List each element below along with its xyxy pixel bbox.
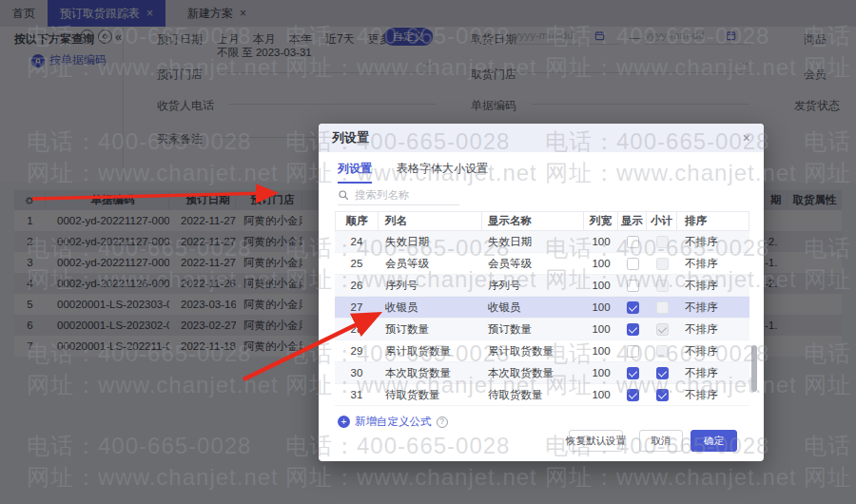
modal-header: 列设置 ×	[319, 124, 764, 152]
header-column-name: 列名	[379, 212, 482, 230]
subtotal-checkbox[interactable]	[656, 367, 669, 379]
show-checkbox[interactable]	[627, 280, 639, 292]
cell-order: 26	[335, 280, 379, 291]
cell-column-width[interactable]: 100	[584, 280, 618, 291]
cell-column-width[interactable]: 100	[584, 345, 618, 357]
cell-column-width[interactable]: 100	[584, 323, 618, 335]
cell-display-name[interactable]: 本次取货数量	[482, 366, 584, 380]
subtotal-checkbox[interactable]	[656, 236, 669, 248]
cell-column-width[interactable]: 100	[584, 301, 618, 313]
subtotal-checkbox[interactable]	[656, 301, 669, 314]
cell-display-name[interactable]: 失效日期	[482, 235, 584, 249]
column-settings-table: 顺序 列名 显示名称 列宽 显示 小计 排序 24 失效日期 失效日期 100	[335, 211, 749, 406]
add-icon: +	[338, 416, 350, 428]
header-column-width: 列宽	[584, 212, 618, 230]
cell-sort[interactable]: 不排序	[677, 322, 749, 337]
cell-display-name[interactable]: 待取货数量	[482, 388, 584, 402]
show-checkbox[interactable]	[627, 301, 639, 314]
cell-column-width[interactable]: 100	[584, 236, 618, 247]
add-formula-label: 新增自定义公式	[355, 415, 432, 429]
cell-sort[interactable]: 不排序	[677, 344, 749, 359]
settings-header-row: 顺序 列名 显示名称 列宽 显示 小计 排序	[335, 211, 749, 231]
subtotal-checkbox[interactable]	[656, 258, 669, 270]
subtotal-checkbox[interactable]	[656, 389, 669, 401]
cell-column-width[interactable]: 100	[584, 367, 618, 378]
cell-column-name: 本次取货数量	[379, 366, 482, 380]
cell-order: 29	[335, 345, 379, 357]
cell-sort[interactable]: 不排序	[677, 366, 749, 380]
subtotal-checkbox[interactable]	[656, 323, 669, 336]
show-checkbox[interactable]	[627, 323, 639, 336]
cell-display-name[interactable]: 累计取货数量	[482, 344, 584, 359]
cell-display-name[interactable]: 预订数量	[482, 322, 584, 337]
restore-defaults-button[interactable]: 恢复默认设置	[569, 430, 623, 452]
settings-row[interactable]: 24 失效日期 失效日期 100 不排序	[335, 231, 749, 253]
cell-column-width[interactable]: 100	[584, 389, 618, 400]
cell-column-name: 会员等级	[379, 257, 482, 271]
cell-order: 25	[335, 258, 379, 269]
modal-footer: 恢复默认设置 取消 确定	[569, 430, 737, 452]
show-checkbox[interactable]	[627, 258, 639, 270]
cell-sort[interactable]: 不排序	[677, 279, 749, 293]
cell-column-name: 待取货数量	[379, 388, 482, 402]
show-checkbox[interactable]	[627, 389, 639, 401]
cell-sort[interactable]: 不排序	[677, 388, 749, 402]
cell-column-name: 累计取货数量	[379, 344, 482, 359]
settings-row[interactable]: 25 会员等级 会员等级 100 不排序	[335, 253, 749, 275]
cell-order: 31	[335, 389, 379, 400]
cell-order: 28	[335, 323, 379, 335]
cell-column-width[interactable]: 100	[584, 258, 618, 269]
modal-scrollbar-thumb[interactable]	[751, 345, 757, 392]
column-search-box[interactable]	[338, 189, 459, 205]
tab-column-settings[interactable]: 列设置	[338, 161, 372, 184]
column-settings-modal: 列设置 × 列设置 表格字体大小设置 顺序 列名 显示名称 列宽 显示 小计 排…	[319, 124, 764, 461]
column-search-input[interactable]	[355, 189, 450, 201]
show-checkbox[interactable]	[627, 236, 639, 248]
cell-order: 27	[335, 301, 379, 313]
settings-row[interactable]: 30 本次取货数量 本次取货数量 100 不排序	[335, 362, 749, 384]
settings-row[interactable]: 27 收银员 收银员 100 不排序	[335, 297, 749, 319]
settings-row[interactable]: 31 待取货数量 待取货数量 100 不排序	[335, 384, 749, 406]
confirm-button[interactable]: 确定	[691, 430, 737, 452]
tab-font-size-settings[interactable]: 表格字体大小设置	[397, 161, 488, 184]
show-checkbox[interactable]	[627, 367, 639, 379]
header-display-name: 显示名称	[482, 212, 584, 230]
cell-column-name: 序列号	[379, 279, 482, 293]
modal-close-icon[interactable]: ×	[743, 130, 750, 145]
cell-sort[interactable]: 不排序	[677, 300, 749, 315]
settings-row[interactable]: 29 累计取货数量 累计取货数量 100 不排序	[335, 340, 749, 362]
settings-table-body: 24 失效日期 失效日期 100 不排序 25 会员等级 会员等级 100	[335, 231, 749, 406]
cancel-button[interactable]: 取消	[639, 430, 683, 452]
cell-column-name: 失效日期	[379, 235, 482, 249]
add-custom-formula-link[interactable]: + 新增自定义公式 ?	[338, 415, 448, 429]
header-subtotal: 小计	[647, 212, 677, 230]
modal-title: 列设置	[332, 129, 369, 146]
subtotal-checkbox[interactable]	[656, 345, 669, 358]
cell-display-name[interactable]: 收银员	[482, 300, 584, 315]
cell-sort[interactable]: 不排序	[677, 235, 749, 249]
cell-display-name[interactable]: 序列号	[482, 279, 584, 293]
cell-sort[interactable]: 不排序	[677, 257, 749, 271]
search-icon	[338, 189, 349, 201]
settings-row[interactable]: 26 序列号 序列号 100 不排序	[335, 275, 749, 297]
modal-tabs: 列设置 表格字体大小设置	[338, 161, 488, 184]
show-checkbox[interactable]	[627, 345, 639, 358]
cell-order: 30	[335, 367, 379, 378]
header-order: 顺序	[335, 212, 379, 230]
cell-display-name[interactable]: 会员等级	[482, 257, 584, 271]
cell-column-name: 预订数量	[379, 322, 482, 337]
settings-row[interactable]: 28 预订数量 预订数量 100 不排序	[335, 319, 749, 340]
cell-order: 24	[335, 236, 379, 247]
app-screen: 首页 预订取货跟踪表 × 新建方案 × 按以下方案查询 + « 按单据编码 预订…	[0, 0, 856, 504]
header-show: 显示	[618, 212, 647, 230]
help-icon[interactable]: ?	[437, 417, 448, 428]
cell-column-name: 收银员	[379, 300, 482, 315]
header-sort: 排序	[677, 212, 749, 230]
subtotal-checkbox[interactable]	[656, 280, 669, 292]
